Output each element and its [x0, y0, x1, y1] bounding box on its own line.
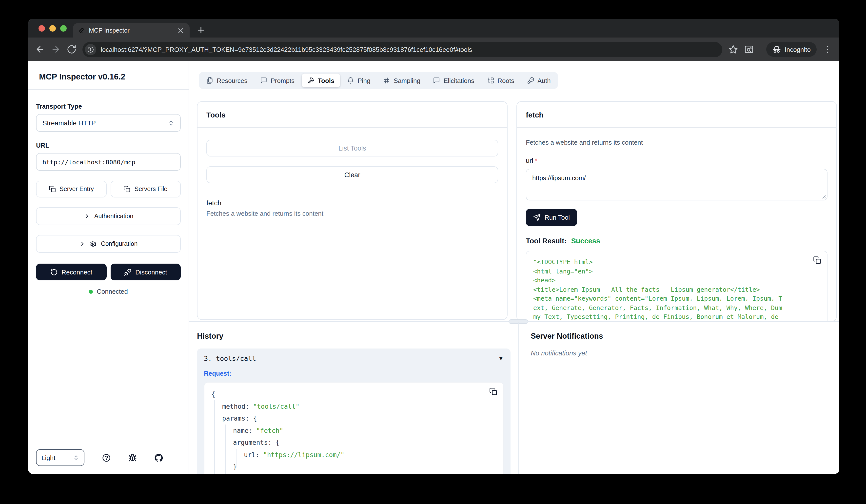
tool-list-item[interactable]: fetch Fetches a website and returns its … — [207, 199, 498, 217]
result-code-line: "<!DOCTYPE html> — [533, 258, 807, 267]
address-bar[interactable]: localhost:6274/?MCP_PROXY_AUTH_TOKEN=9e7… — [82, 42, 722, 57]
chevron-right-icon — [79, 240, 86, 247]
site-info-icon[interactable] — [85, 44, 96, 55]
indent-guide — [214, 400, 215, 474]
tab-close-icon[interactable] — [177, 26, 185, 34]
window-controls — [38, 25, 67, 32]
server-notifications-title: Server Notifications — [531, 332, 828, 340]
tab-label: Roots — [497, 77, 514, 84]
incognito-label: Incognito — [785, 46, 811, 53]
new-tab-button[interactable] — [196, 25, 206, 35]
tab-title: MCP Inspector — [89, 27, 173, 34]
history-entry-title: 3. tools/call — [204, 355, 498, 362]
tool-detail-description: Fetches a website and returns its conten… — [526, 139, 828, 146]
required-mark: * — [535, 157, 537, 164]
result-code-line: <head> — [533, 276, 807, 285]
bug-report-icon[interactable] — [129, 453, 137, 462]
tool-name: fetch — [207, 199, 498, 207]
minimize-window-button[interactable] — [49, 25, 56, 32]
reconnect-button[interactable]: Reconnect — [36, 264, 107, 280]
message-icon — [433, 77, 440, 84]
tab-roots[interactable]: Roots — [481, 74, 520, 87]
copy-icon — [49, 186, 56, 192]
theme-value: Light — [42, 454, 73, 461]
key-icon — [527, 77, 534, 84]
status-dot — [89, 290, 93, 293]
url-label: URL — [36, 142, 181, 149]
result-code-line: <meta name="keywords" content="Lorem Ips… — [533, 294, 807, 303]
files-icon — [207, 77, 213, 84]
bottom-sheet: History 3. tools/call ▼ Request: — [189, 321, 839, 474]
unplug-icon — [124, 268, 131, 276]
transport-type-value: Streamable HTTP — [43, 119, 168, 127]
disconnect-label: Disconnect — [135, 268, 167, 276]
browser-toolbar: localhost:6274/?MCP_PROXY_AUTH_TOKEN=9e7… — [28, 37, 839, 61]
run-tool-button[interactable]: Run Tool — [526, 209, 577, 226]
authentication-expander[interactable]: Authentication — [36, 207, 181, 225]
configuration-label: Configuration — [101, 240, 138, 247]
param-label: url* — [526, 157, 828, 164]
server-entry-button[interactable]: Server Entry — [36, 181, 107, 198]
result-code-line: <html lang="en"> — [533, 267, 807, 276]
tab-tools[interactable]: Tools — [301, 74, 340, 87]
tab-sampling[interactable]: Sampling — [377, 74, 426, 87]
request-json-line: arguments: { — [204, 437, 484, 449]
close-window-button[interactable] — [38, 25, 45, 32]
result-code-line: <title>Lorem Ipsum - All the facts - Lip… — [533, 285, 807, 294]
param-name: url — [526, 157, 533, 164]
indent-guide — [236, 449, 236, 468]
server-entry-label: Server Entry — [59, 186, 94, 192]
copy-result-icon[interactable] — [813, 256, 821, 264]
tab-elicitations[interactable]: Elicitations — [427, 74, 480, 87]
tool-detail-title: fetch — [517, 102, 836, 128]
tab-auth[interactable]: Auth — [521, 74, 557, 87]
request-json-line: } — [204, 461, 484, 473]
result-code-line: ext, Generate, Generator, Facts, Informa… — [533, 303, 807, 313]
clear-tools-button[interactable]: Clear — [207, 166, 498, 183]
tab-ping[interactable]: Ping — [341, 74, 376, 87]
copy-request-icon[interactable] — [489, 388, 497, 395]
request-json-line: { — [204, 389, 484, 401]
github-icon[interactable] — [155, 453, 163, 462]
server-notifications-panel: Server Notifications No notifications ye… — [519, 322, 839, 474]
zoom-window-button[interactable] — [60, 25, 67, 32]
back-button[interactable] — [35, 44, 45, 54]
configuration-expander[interactable]: Configuration — [36, 235, 181, 253]
bell-icon — [347, 77, 354, 84]
connection-status: Connected — [36, 288, 181, 295]
tool-result-line: Tool Result: Success — [526, 237, 828, 245]
bookmark-star-icon[interactable] — [728, 44, 738, 54]
browser-tab[interactable]: MCP Inspector — [73, 23, 190, 37]
status-text: Connected — [97, 288, 128, 295]
main-content: ResourcesPromptsToolsPingSamplingElicita… — [189, 61, 839, 474]
tab-resources[interactable]: Resources — [200, 74, 253, 87]
theme-select[interactable]: Light — [36, 449, 85, 466]
no-notifications-text: No notifications yet — [531, 349, 828, 357]
url-param-textarea[interactable]: https://lipsum.com/ — [526, 169, 828, 200]
collapse-caret-icon[interactable]: ▼ — [498, 356, 503, 361]
request-code-lines: {method: "tools/call"params: {name: "fet… — [204, 389, 484, 473]
tools-panel-title: Tools — [198, 102, 507, 128]
history-entry-header[interactable]: 3. tools/call ▼ — [204, 355, 503, 362]
app-title: MCP Inspector v0.16.2 — [39, 72, 178, 81]
tab-label: Tools — [318, 77, 334, 84]
disconnect-button[interactable]: Disconnect — [110, 264, 181, 280]
reload-button[interactable] — [67, 44, 77, 54]
tab-label: Sampling — [394, 77, 420, 84]
server-url-input[interactable]: http://localhost:8080/mcp — [36, 153, 181, 171]
tab-prompts[interactable]: Prompts — [254, 74, 300, 87]
history-title: History — [197, 332, 511, 340]
servers-file-button[interactable]: Servers File — [110, 181, 181, 198]
nav-tabs: ResourcesPromptsToolsPingSamplingElicita… — [199, 72, 558, 89]
transport-type-select[interactable]: Streamable HTTP — [36, 114, 181, 132]
hash-icon — [384, 77, 390, 84]
incognito-badge: Incognito — [766, 42, 817, 57]
forward-button[interactable] — [51, 44, 61, 54]
browser-menu-icon[interactable] — [823, 44, 832, 54]
result-code-lines: "<!DOCTYPE html><html lang="en"><head><t… — [533, 258, 807, 321]
tree-icon — [487, 77, 494, 84]
request-json-box: {method: "tools/call"params: {name: "fet… — [204, 382, 503, 474]
search-tabs-icon[interactable] — [744, 44, 754, 54]
list-tools-button[interactable]: List Tools — [207, 140, 498, 156]
help-icon[interactable] — [102, 453, 111, 462]
